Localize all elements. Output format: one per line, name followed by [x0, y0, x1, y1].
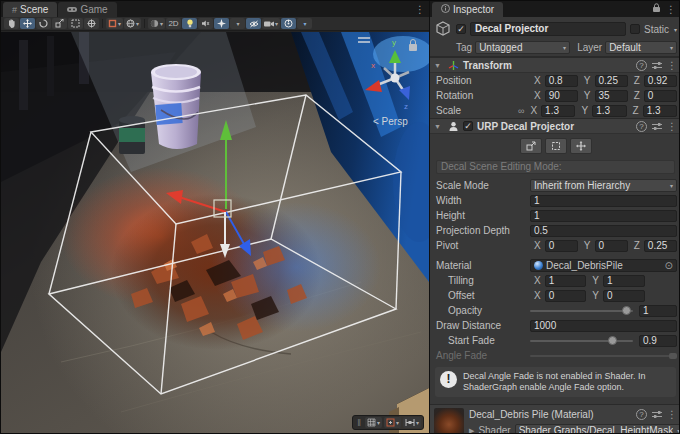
scale-y-field[interactable]: 1.3 [592, 105, 626, 117]
grid-visibility-button[interactable]: ▾ [365, 417, 382, 428]
scene-lighting-button[interactable] [182, 18, 197, 29]
rotation-y-field[interactable]: 35 [595, 90, 628, 102]
tag-dropdown[interactable]: Untagged▾ [475, 41, 570, 54]
gameobject-cube-icon[interactable] [434, 20, 452, 38]
decal-menu-icon[interactable]: ⋮ [667, 121, 677, 132]
scene-tabbar: # Scene Game ⋮ [1, 1, 429, 17]
pivot-z-field[interactable]: 0.25 [644, 240, 677, 252]
scene-viewport[interactable]: x y z < Persp ‖ ▾ ▾ ▾ [1, 32, 429, 434]
decal-enabled-checkbox[interactable]: ✓ [463, 121, 473, 131]
camera-overlay-button[interactable]: ▾ [262, 18, 280, 29]
gizmos-dropdown-button[interactable]: ▾ [297, 18, 312, 29]
material-menu-icon[interactable]: ⋮ [667, 409, 677, 420]
object-picker-icon[interactable]: ⊙ [665, 260, 673, 271]
decal-presets-icon[interactable] [651, 120, 663, 132]
2d-toggle-button[interactable]: 2D [166, 18, 181, 29]
rect-tool-button[interactable] [68, 18, 83, 29]
gizmos-toggle-button[interactable] [281, 18, 296, 29]
scene-tab-menu-icon[interactable]: ⋮ [415, 4, 425, 15]
rotation-row: Rotation X90 Y35 Z0 [430, 89, 680, 102]
global-local-toggle-button[interactable]: ▾ [124, 18, 141, 29]
transform-tool-button[interactable] [84, 18, 99, 29]
rotate-tool-button[interactable] [36, 18, 51, 29]
layer-dropdown[interactable]: Default▾ [605, 41, 677, 54]
decal-projector-header[interactable]: ▼ ✓ URP Decal Projector ? ⋮ [430, 118, 680, 134]
material-help-icon[interactable]: ? [636, 409, 647, 420]
scale-tool-button[interactable] [52, 18, 67, 29]
rotation-z-field[interactable]: 0 [644, 90, 677, 102]
inspector-lock-icon[interactable] [652, 3, 661, 15]
tab-inspector-label: Inspector [453, 4, 494, 15]
scale-mode-dropdown[interactable]: Inherit from Hierarchy▾ [530, 179, 677, 192]
width-row: Width 1 [430, 194, 680, 207]
draw-distance-field[interactable]: 1000 [530, 320, 677, 332]
active-checkbox[interactable]: ✓ [456, 24, 466, 34]
position-y-field[interactable]: 0.25 [595, 75, 628, 87]
toolbar-drag-handle[interactable]: ‖ [357, 418, 361, 428]
decal-help-icon[interactable]: ? [636, 121, 647, 132]
tab-inspector[interactable]: Inspector [432, 2, 503, 17]
transform-help-icon[interactable]: ? [636, 60, 647, 71]
angle-fade-warning: ! Decal Angle Fade is not enabled in Sha… [435, 367, 676, 397]
tab-game[interactable]: Game [58, 2, 116, 17]
material-thumbnail[interactable] [434, 408, 464, 434]
decal-foldout-icon[interactable]: ▼ [434, 123, 443, 130]
decal-scale-mode-button[interactable] [520, 138, 542, 154]
height-field[interactable]: 1 [530, 210, 677, 222]
height-row: Height 1 [430, 209, 680, 222]
move-tool-button[interactable] [20, 18, 35, 29]
offset-row: Offset X0 Y0 [430, 289, 680, 302]
static-dropdown-icon[interactable]: ▾ [674, 26, 677, 33]
transform-presets-icon[interactable] [651, 59, 663, 71]
effects-dropdown-button[interactable]: ▾ [230, 18, 245, 29]
axis-z-label: z [404, 102, 408, 111]
scene-audio-button[interactable] [198, 18, 213, 29]
material-object-field[interactable]: Decal_DebrisPile ⊙ [530, 259, 677, 272]
start-fade-value-field[interactable]: 0.9 [639, 335, 677, 347]
decal-title: URP Decal Projector [477, 121, 632, 132]
tilling-x-field[interactable]: 1 [545, 275, 587, 287]
shading-mode-button[interactable]: ▾ [148, 18, 165, 29]
scale-link-icon[interactable]: ∞ [518, 106, 524, 116]
axis-x-label: x [371, 61, 375, 70]
view-hand-tool-button[interactable] [4, 18, 19, 29]
transform-menu-icon[interactable]: ⋮ [667, 60, 677, 71]
position-z-field[interactable]: 0.92 [644, 75, 677, 87]
opacity-value-field[interactable]: 1 [639, 305, 677, 317]
offset-y-field[interactable]: 0 [603, 290, 645, 302]
offset-x-field[interactable]: 0 [545, 290, 587, 302]
decal-crop-mode-button[interactable] [545, 138, 567, 154]
tab-scene[interactable]: # Scene [3, 2, 57, 17]
pivot-x-field[interactable]: 0 [545, 240, 578, 252]
unity-editor-window: # Scene Game ⋮ [0, 0, 680, 434]
scene-visibility-button[interactable] [246, 18, 261, 29]
material-inspector-header: Decal_Debris Pile (Material) ? ⋮ ▶ Shade… [430, 404, 680, 434]
shader-dropdown[interactable]: Shader Graphs/Decal_HeightMask▾ [515, 424, 680, 434]
gameobject-name-field[interactable]: Decal Projector [470, 22, 626, 36]
transform-header[interactable]: ▼ Transform ? ⋮ [430, 57, 680, 73]
projection-depth-field[interactable]: 0.5 [530, 225, 677, 237]
start-fade-slider[interactable] [530, 335, 633, 347]
material-foldout-icon[interactable]: ▶ [469, 427, 474, 434]
pivot-toggle-button[interactable]: ▾ [106, 18, 123, 29]
decal-pivot-mode-button[interactable] [570, 138, 592, 154]
persp-label[interactable]: < Persp [373, 116, 408, 127]
snap-settings-button[interactable]: ▾ [403, 417, 421, 428]
opacity-row: Opacity 1 [430, 304, 680, 317]
scene-effects-button[interactable] [214, 18, 229, 29]
width-field[interactable]: 1 [530, 195, 677, 207]
tilling-y-field[interactable]: 1 [603, 275, 645, 287]
opacity-slider[interactable] [530, 305, 633, 317]
scene-grid-icon: # [12, 5, 17, 15]
snap-increment-button[interactable]: ▾ [384, 417, 401, 428]
transform-foldout-icon[interactable]: ▼ [434, 62, 443, 69]
scale-x-field[interactable]: 1.3 [541, 105, 575, 117]
pivot-y-field[interactable]: 0 [595, 240, 628, 252]
position-x-field[interactable]: 0.8 [545, 75, 578, 87]
rotation-x-field[interactable]: 90 [545, 90, 578, 102]
scale-z-field[interactable]: 1.3 [643, 105, 677, 117]
inspector-menu-icon[interactable]: ⋮ [666, 4, 676, 15]
material-presets-icon[interactable] [651, 408, 663, 420]
lock-icon[interactable] [409, 44, 417, 51]
static-checkbox[interactable] [630, 24, 640, 34]
